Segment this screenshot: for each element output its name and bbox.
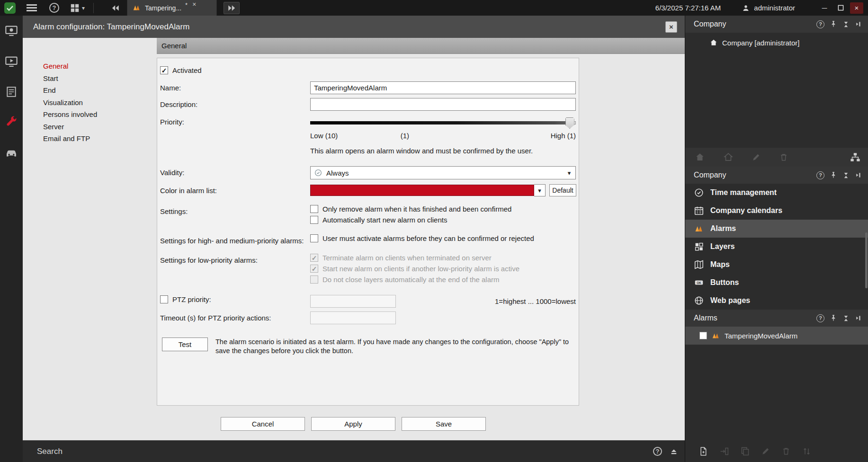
edit-alarm-icon[interactable] — [761, 446, 770, 456]
alarms-toolbar — [685, 440, 868, 462]
company-nav-title: Company — [694, 171, 726, 179]
alarms-list-title: Alarms — [694, 314, 717, 322]
layers-icon — [694, 241, 704, 252]
help-icon[interactable]: ? — [49, 3, 59, 13]
dialog-nav-email-ftp[interactable]: Email and FTP — [43, 133, 157, 145]
tab-tampering-alarm[interactable]: Tampering... * × — [127, 0, 217, 16]
priority-note: This alarm opens an alarm window and mus… — [310, 147, 576, 155]
add-site-icon[interactable] — [695, 152, 705, 162]
forward-button[interactable] — [224, 2, 240, 14]
dialog-close-button[interactable]: × — [665, 21, 677, 33]
edit-tree-icon[interactable] — [752, 152, 761, 162]
nav-item-maps[interactable]: Maps — [685, 256, 868, 274]
report-list-icon[interactable] — [5, 86, 18, 98]
tree-item-company[interactable]: Company [administrator] — [709, 38, 868, 47]
maximize-button[interactable] — [834, 2, 847, 14]
dialog-nav-start[interactable]: Start — [43, 72, 157, 85]
ptz-priority-input — [310, 295, 396, 308]
dialog-main: General Activated Name: — [157, 38, 685, 440]
company-tree-header: Company ? — [685, 16, 868, 33]
rewind-button[interactable] — [110, 3, 121, 13]
collapse-panel-icon[interactable] — [855, 314, 862, 322]
eject-icon[interactable] — [670, 447, 678, 456]
ptz-priority-checkbox[interactable] — [160, 295, 168, 303]
panel-help-icon[interactable]: ? — [816, 20, 824, 28]
color-dropdown-arrow-icon[interactable]: ▾ — [534, 184, 546, 196]
hourglass-icon[interactable] — [842, 315, 850, 322]
remove-alarm-checkbox[interactable] — [310, 205, 318, 213]
search-help-icon[interactable]: ? — [653, 447, 662, 456]
cancel-button[interactable]: Cancel — [221, 417, 305, 431]
main-menu-icon[interactable] — [26, 3, 38, 13]
svg-text:OK: OK — [697, 281, 701, 284]
username: administrator — [754, 4, 795, 12]
dialog-nav-visualization[interactable]: Visualization — [43, 97, 157, 109]
nav-item-buttons[interactable]: OK Buttons — [685, 274, 868, 292]
minimize-button[interactable]: ─ — [818, 2, 831, 14]
nav-item-layers[interactable]: Layers — [685, 238, 868, 256]
priority-slider-handle[interactable] — [565, 117, 574, 129]
search-input[interactable]: Search — [37, 447, 63, 456]
low-priority-option-3: Do not close layers automatically at the… — [310, 275, 576, 284]
dialog-nav-end[interactable]: End — [43, 84, 157, 97]
panel-help-icon[interactable]: ? — [816, 171, 824, 179]
user-activate-checkbox[interactable] — [310, 234, 318, 242]
pin-icon[interactable] — [830, 314, 837, 322]
validity-dropdown-arrow-icon[interactable]: ▾ — [564, 167, 575, 178]
dialog-body: General Start End Visualization Persons … — [23, 38, 685, 440]
surveillance-monitor-icon[interactable] — [5, 24, 18, 37]
default-color-button[interactable]: Default — [549, 184, 576, 196]
panel-help-icon[interactable]: ? — [816, 314, 824, 322]
hourglass-icon[interactable] — [842, 21, 850, 28]
close-window-button[interactable]: × — [850, 2, 863, 14]
priority-slider[interactable] — [310, 116, 576, 129]
alarm-list-item[interactable]: TamperingMovedAlarm — [685, 327, 868, 345]
description-input[interactable] — [310, 98, 576, 111]
search-bar[interactable]: Search ? — [23, 440, 685, 462]
clock-check-icon — [694, 187, 704, 198]
sidebar-scrollbar[interactable] — [865, 232, 868, 288]
validity-dropdown[interactable]: Always ▾ — [310, 166, 576, 179]
system-clock: 6/3/2025 7:27:16 AM — [655, 4, 721, 12]
auto-start-alarm-checkbox[interactable] — [310, 216, 318, 224]
new-alarm-icon[interactable] — [698, 446, 708, 456]
remove-alarm-label: Only remove alarm when it has finished a… — [322, 205, 511, 213]
import-icon[interactable] — [719, 446, 729, 456]
nav-item-company-calendars[interactable]: Company calendars — [685, 202, 868, 220]
hourglass-icon[interactable] — [842, 172, 850, 179]
dialog-nav-server[interactable]: Server — [43, 121, 157, 133]
configuration-wrench-icon[interactable] — [5, 116, 18, 129]
alarm-item-checkbox[interactable] — [699, 332, 707, 339]
dialog-nav-general[interactable]: General — [43, 60, 157, 72]
vehicle-icon[interactable] — [5, 146, 18, 160]
app-logo-icon[interactable] — [4, 2, 16, 14]
pin-icon[interactable] — [830, 20, 837, 28]
nav-item-alarms[interactable]: Alarms — [685, 220, 868, 238]
pin-icon[interactable] — [830, 171, 837, 179]
dialog-nav-persons-involved[interactable]: Persons involved — [43, 108, 157, 121]
collapse-panel-icon[interactable] — [855, 20, 862, 28]
sort-icon[interactable] — [802, 446, 812, 456]
alarm-color-bar[interactable] — [310, 185, 534, 196]
name-input[interactable] — [310, 81, 576, 94]
duplicate-icon[interactable] — [740, 446, 750, 456]
ptz-timeout-input — [310, 311, 396, 324]
org-chart-icon[interactable] — [850, 152, 860, 162]
video-playback-icon[interactable] — [5, 55, 18, 68]
save-button[interactable]: Save — [402, 417, 486, 431]
collapse-panel-icon[interactable] — [855, 171, 862, 179]
current-user[interactable]: administrator — [742, 4, 795, 12]
nav-item-web-pages[interactable]: Web pages — [685, 292, 868, 310]
layout-selector-icon[interactable]: ▾ — [70, 3, 85, 13]
test-button[interactable]: Test — [162, 338, 208, 351]
apply-button[interactable]: Apply — [311, 417, 395, 431]
nav-item-time-management[interactable]: Time management — [685, 184, 868, 202]
nav-item-label: Company calendars — [710, 206, 782, 215]
alarm-item-label: TamperingMovedAlarm — [725, 332, 797, 340]
delete-alarm-icon[interactable] — [781, 446, 791, 456]
auto-start-alarm-label: Automatically start new alarm on clients — [322, 216, 447, 224]
activated-checkbox[interactable] — [160, 66, 168, 74]
add-subsite-icon[interactable] — [723, 152, 734, 162]
delete-tree-icon[interactable] — [779, 152, 788, 162]
tab-close-icon[interactable]: × — [192, 0, 196, 8]
